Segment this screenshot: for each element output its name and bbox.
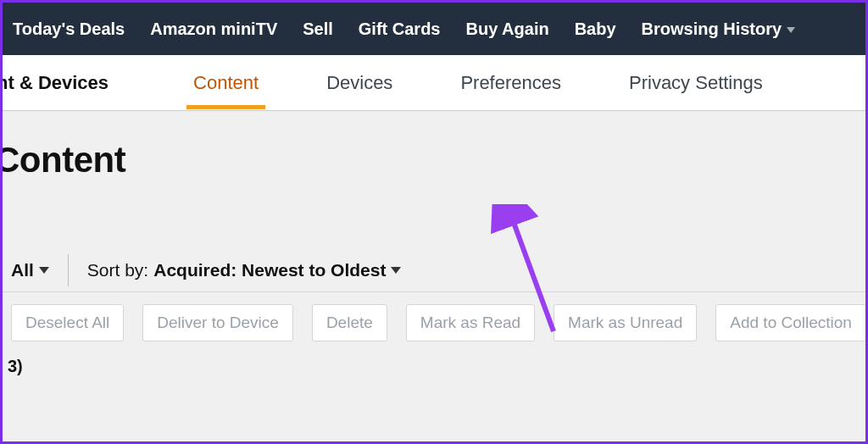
tab-devices[interactable]: Devices <box>323 57 396 109</box>
bulk-actions: Deselect All Deliver to Device Delete Ma… <box>11 304 868 341</box>
chevron-down-icon <box>787 27 795 33</box>
nav-baby[interactable]: Baby <box>575 19 616 39</box>
sub-navigation: ntent & Devices Content Devices Preferen… <box>3 55 865 111</box>
nav-sell[interactable]: Sell <box>303 19 333 39</box>
deliver-to-device-button[interactable]: Deliver to Device <box>142 304 293 341</box>
filter-all-dropdown[interactable]: All <box>11 260 49 280</box>
nav-buy-again[interactable]: Buy Again <box>466 19 549 39</box>
page-title: Content <box>0 140 865 180</box>
nav-gift-cards[interactable]: Gift Cards <box>359 19 441 39</box>
chevron-down-icon <box>39 267 49 274</box>
nav-browsing-history[interactable]: Browsing History <box>642 19 796 39</box>
sort-by-dropdown[interactable]: Sort by: Acquired: Newest to Oldest <box>87 260 402 280</box>
section-title: ntent & Devices <box>3 72 108 94</box>
top-navigation: Today's Deals Amazon miniTV Sell Gift Ca… <box>3 3 865 55</box>
tab-privacy-settings[interactable]: Privacy Settings <box>626 57 766 109</box>
delete-button[interactable]: Delete <box>312 304 387 341</box>
chevron-down-icon <box>391 267 401 274</box>
add-to-collection-button[interactable]: Add to Collection <box>715 304 866 341</box>
tab-content[interactable]: Content <box>190 57 262 109</box>
nav-todays-deals[interactable]: Today's Deals <box>13 19 125 39</box>
page-body: Content All Sort by: Acquired: Newest to… <box>3 111 865 441</box>
deselect-all-button[interactable]: Deselect All <box>11 304 124 341</box>
mark-as-unread-button[interactable]: Mark as Unread <box>554 304 697 341</box>
tab-preferences[interactable]: Preferences <box>457 57 565 109</box>
nav-amazon-minitv[interactable]: Amazon miniTV <box>150 19 277 39</box>
sort-row: All Sort by: Acquired: Newest to Oldest <box>3 248 865 292</box>
count-fragment: 3) <box>8 357 23 376</box>
divider <box>68 254 69 286</box>
mark-as-read-button[interactable]: Mark as Read <box>406 304 535 341</box>
